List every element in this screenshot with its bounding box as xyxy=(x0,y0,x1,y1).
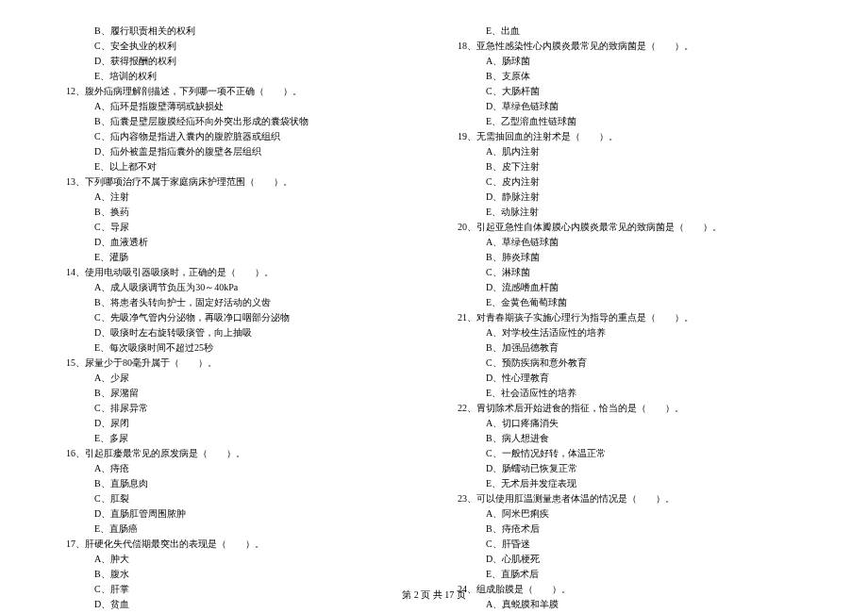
option-line: A、草绿色链球菌 xyxy=(486,235,826,250)
option-line: B、皮下注射 xyxy=(486,159,826,174)
option-line: E、社会适应性的培养 xyxy=(486,386,826,401)
option-line: E、直肠术后 xyxy=(486,567,826,582)
option-line: E、金黄色葡萄球菌 xyxy=(486,295,826,310)
option-line: E、直肠癌 xyxy=(94,522,434,537)
option-line: C、疝内容物是指进入囊内的腹腔脏器或组织 xyxy=(94,129,434,144)
option-line: C、肝昏迷 xyxy=(486,537,826,552)
option-line: E、以上都不对 xyxy=(94,159,434,174)
option-line: B、支原体 xyxy=(486,69,826,84)
option-line: A、阿米巴痢疾 xyxy=(486,506,826,522)
option-line: C、肛裂 xyxy=(94,491,434,506)
page-footer: 第 2 页 共 17 页 xyxy=(0,588,868,602)
option-line: E、出血 xyxy=(486,24,826,39)
option-line: C、预防疾病和意外教育 xyxy=(486,356,826,371)
option-line: A、切口疼痛消失 xyxy=(486,416,826,431)
question-line: 18、亚急性感染性心内膜炎最常见的致病菌是（ ）。 xyxy=(458,39,826,54)
page-container: B、履行职责相关的权利C、安全执业的权利D、获得报酬的权利E、培训的权利12、腹… xyxy=(0,0,868,585)
question-line: 16、引起肛瘘最常见的原发病是（ ）。 xyxy=(66,446,434,461)
option-line: A、肠球菌 xyxy=(486,54,826,69)
question-line: 20、引起亚急性自体瓣膜心内膜炎最常见的致病菌是（ ）。 xyxy=(458,220,826,235)
question-line: 13、下列哪项治疗不属于家庭病床护理范围（ ）。 xyxy=(66,174,434,190)
option-line: B、疝囊是壁层腹膜经疝环向外突出形成的囊袋状物 xyxy=(94,114,434,129)
option-line: A、肿大 xyxy=(94,552,434,567)
option-line: E、每次吸痰时间不超过25秒 xyxy=(94,340,434,356)
option-line: C、淋球菌 xyxy=(486,265,826,280)
option-line: B、病人想进食 xyxy=(486,431,826,446)
option-line: A、对学校生活适应性的培养 xyxy=(486,325,826,340)
option-line: D、草绿色链球菌 xyxy=(486,99,826,114)
option-line: A、疝环是指腹壁薄弱或缺损处 xyxy=(94,99,434,114)
option-line: D、疝外被盖是指疝囊外的腹壁各层组织 xyxy=(94,144,434,159)
option-line: D、尿闭 xyxy=(94,416,434,431)
option-line: C、安全执业的权利 xyxy=(94,39,434,54)
option-line: B、腹水 xyxy=(94,567,434,582)
question-line: 21、对青春期孩子实施心理行为指导的重点是（ ）。 xyxy=(458,310,826,325)
option-line: B、换药 xyxy=(94,205,434,220)
option-line: D、性心理教育 xyxy=(486,371,826,386)
option-line: A、痔疮 xyxy=(94,461,434,476)
option-line: E、多尿 xyxy=(94,431,434,446)
option-line: C、导尿 xyxy=(94,220,434,235)
option-line: D、获得报酬的权利 xyxy=(94,54,434,69)
option-line: A、少尿 xyxy=(94,371,434,386)
option-line: E、乙型溶血性链球菌 xyxy=(486,114,826,129)
option-line: A、注射 xyxy=(94,190,434,205)
question-line: 15、尿量少于80毫升属于（ ）。 xyxy=(66,356,434,371)
right-column: E、出血18、亚急性感染性心内膜炎最常见的致病菌是（ ）。A、肠球菌B、支原体C… xyxy=(448,24,840,585)
option-line: C、排尿异常 xyxy=(94,401,434,416)
option-line: D、吸痰时左右旋转吸痰管，向上抽吸 xyxy=(94,325,434,340)
option-line: C、一般情况好转，体温正常 xyxy=(486,446,826,461)
option-line: E、无术后并发症表现 xyxy=(486,476,826,491)
option-line: C、皮内注射 xyxy=(486,174,826,190)
left-column: B、履行职责相关的权利C、安全执业的权利D、获得报酬的权利E、培训的权利12、腹… xyxy=(28,24,448,585)
option-line: B、尿潴留 xyxy=(94,386,434,401)
option-line: D、流感嗜血杆菌 xyxy=(486,280,826,295)
option-line: E、动脉注射 xyxy=(486,205,826,220)
option-line: D、心肌梗死 xyxy=(486,552,826,567)
option-line: B、直肠息肉 xyxy=(94,476,434,491)
option-line: D、直肠肛管周围脓肿 xyxy=(94,506,434,522)
option-line: D、静脉注射 xyxy=(486,190,826,205)
option-line: A、成人吸痰调节负压为30～40kPa xyxy=(94,280,434,295)
option-line: B、痔疮术后 xyxy=(486,522,826,537)
option-line: B、将患者头转向护士，固定好活动的义齿 xyxy=(94,295,434,310)
option-line: E、灌肠 xyxy=(94,250,434,265)
option-line: D、血液透析 xyxy=(94,235,434,250)
question-line: 17、肝硬化失代偿期最突出的表现是（ ）。 xyxy=(66,537,434,552)
question-line: 19、无需抽回血的注射术是（ ）。 xyxy=(458,129,826,144)
option-line: D、肠蠕动已恢复正常 xyxy=(486,461,826,476)
option-line: C、大肠杆菌 xyxy=(486,84,826,99)
option-line: B、加强品德教育 xyxy=(486,340,826,356)
option-line: B、肺炎球菌 xyxy=(486,250,826,265)
question-line: 14、使用电动吸引器吸痰时，正确的是（ ）。 xyxy=(66,265,434,280)
option-line: A、肌内注射 xyxy=(486,144,826,159)
question-line: 23、可以使用肛温测量患者体温的情况是（ ）。 xyxy=(458,491,826,506)
option-line: B、履行职责相关的权利 xyxy=(94,24,434,39)
question-line: 12、腹外疝病理解剖描述，下列哪一项不正确（ ）。 xyxy=(66,84,434,99)
option-line: C、先吸净气管内分泌物，再吸净口咽部分泌物 xyxy=(94,310,434,325)
option-line: E、培训的权利 xyxy=(94,69,434,84)
question-line: 22、胃切除术后开始进食的指征，恰当的是（ ）。 xyxy=(458,401,826,416)
